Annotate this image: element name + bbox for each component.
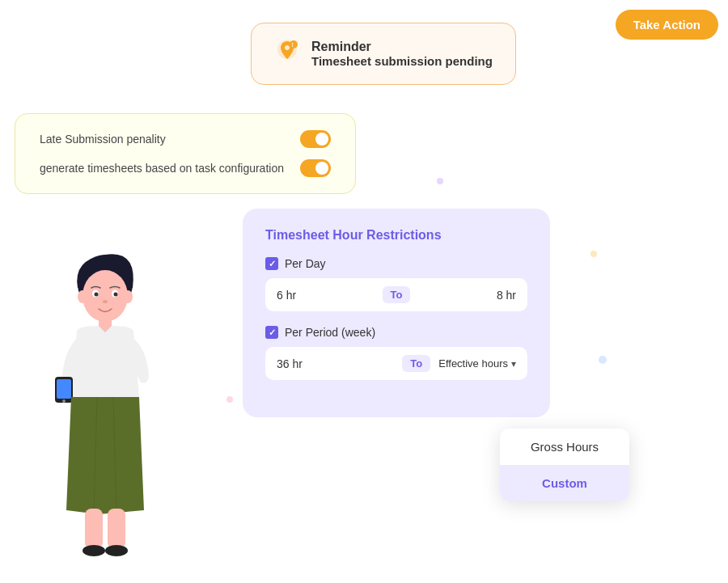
late-submission-slider: [300, 130, 331, 148]
dropdown-arrow-icon: ▾: [511, 358, 516, 370]
reminder-card: ! Reminder Timesheet submission pending: [251, 23, 516, 85]
svg-point-1: [290, 40, 298, 49]
svg-rect-14: [57, 379, 71, 399]
restrictions-title: Timesheet Hour Restrictions: [265, 228, 527, 243]
generate-timesheets-label: generate timesheets based on task config…: [40, 162, 284, 175]
person-illustration: [32, 235, 194, 575]
restrictions-card: Timesheet Hour Restrictions Per Day 6 hr…: [243, 209, 550, 417]
per-day-range-row: 6 hr To 8 hr: [265, 278, 527, 311]
per-period-to-badge: To: [402, 355, 430, 372]
svg-point-15: [62, 399, 66, 403]
late-submission-toggle[interactable]: [300, 130, 331, 148]
late-submission-row: Late Submission penality: [40, 130, 331, 148]
per-period-label: Per Period (week): [285, 326, 375, 339]
settings-card: Late Submission penality generate timesh…: [15, 113, 356, 194]
reminder-text-block: Reminder Timesheet submission pending: [311, 40, 493, 68]
svg-rect-16: [85, 509, 103, 549]
svg-point-18: [83, 545, 105, 556]
take-action-button[interactable]: Take Action: [616, 10, 718, 40]
svg-text:!: !: [292, 42, 294, 48]
svg-point-11: [103, 300, 108, 303]
per-day-to-badge: To: [383, 286, 411, 303]
reminder-subtitle: Timesheet submission pending: [311, 54, 493, 68]
effective-hours-dropdown[interactable]: Effective hours ▾: [438, 357, 516, 370]
svg-point-5: [78, 290, 87, 303]
svg-point-10: [114, 293, 118, 297]
per-day-from: 6 hr: [277, 289, 375, 302]
svg-point-6: [123, 290, 133, 303]
svg-point-9: [95, 293, 99, 297]
effective-hours-label: Effective hours: [438, 357, 508, 370]
reminder-title: Reminder: [311, 40, 493, 54]
per-period-check-row[interactable]: Per Period (week): [265, 326, 527, 339]
svg-rect-17: [108, 509, 125, 549]
svg-point-4: [83, 270, 128, 322]
dropdown-popup: Gross Hours Custom: [500, 429, 629, 501]
generate-timesheets-slider: [300, 159, 331, 177]
per-day-check-row[interactable]: Per Day: [265, 257, 527, 270]
per-period-from: 36 hr: [277, 357, 394, 370]
svg-point-19: [105, 545, 128, 556]
per-period-checkbox[interactable]: [265, 326, 278, 339]
dropdown-item-gross-hours[interactable]: Gross Hours: [500, 429, 629, 465]
per-day-to: 8 hr: [418, 289, 516, 302]
person-svg: [32, 235, 178, 559]
dropdown-item-custom[interactable]: Custom: [500, 465, 629, 501]
per-period-range-row: 36 hr To Effective hours ▾: [265, 347, 527, 380]
late-submission-label: Late Submission penality: [40, 133, 166, 146]
reminder-icon: !: [274, 38, 300, 70]
generate-timesheets-row: generate timesheets based on task config…: [40, 159, 331, 177]
generate-timesheets-toggle[interactable]: [300, 159, 331, 177]
per-day-checkbox[interactable]: [265, 257, 278, 270]
per-day-label: Per Day: [285, 257, 326, 270]
